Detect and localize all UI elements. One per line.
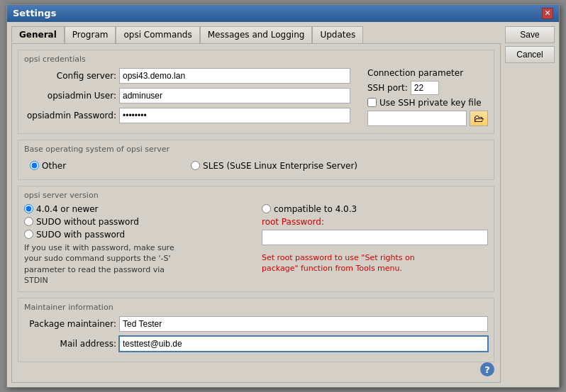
opsi-version-section: opsi server version 4.0.4 or newer SUDO … xyxy=(18,186,494,293)
mail-address-label: Mail address: xyxy=(24,339,116,349)
title-bar: Settings ✕ xyxy=(7,5,559,22)
radio-other[interactable] xyxy=(30,161,39,170)
ssh-port-label: SSH port: xyxy=(367,83,408,93)
base-os-label: Base operating system of opsi server xyxy=(24,145,488,154)
opsiadmin-password-input[interactable] xyxy=(119,108,350,123)
radio-sles-option[interactable]: SLES (SuSE Linux Enterprise Server) xyxy=(191,161,357,171)
use-ssh-key-row: Use SSH private key file xyxy=(367,98,488,108)
browse-keyfile-button[interactable]: 🗁 xyxy=(470,111,488,126)
radio-sudo-with-pass[interactable] xyxy=(24,230,33,239)
version-compatible-row: compatible to 4.0.3 xyxy=(262,204,488,214)
radio-4040-label: 4.0.4 or newer xyxy=(36,204,99,214)
opsiadmin-password-label: opsiadmin Password: xyxy=(24,111,116,121)
tab-opsi-commands[interactable]: opsi Commands xyxy=(116,26,199,43)
connection-param-section: Connection parameter SSH port: Use SSH p… xyxy=(367,68,488,128)
tab-content-general: opsi credentials Config server: opsiadmi… xyxy=(11,43,501,383)
save-button[interactable]: Save xyxy=(505,26,555,43)
opsi-credentials-section: opsi credentials Config server: opsiadmi… xyxy=(18,50,494,134)
main-area: General Program opsi Commands Messages a… xyxy=(11,26,501,383)
help-button[interactable]: ? xyxy=(480,362,494,376)
ssh-port-row: SSH port: xyxy=(367,81,488,95)
mail-address-row: Mail address: xyxy=(24,336,488,352)
radio-sudo-with-pass-label: SUDO with password xyxy=(36,230,125,240)
config-server-label: Config server: xyxy=(24,71,116,81)
opsiadmin-user-label: opsiadmin User: xyxy=(24,91,116,101)
version-columns: 4.0.4 or newer SUDO without password SUD… xyxy=(24,204,488,286)
root-password-row: root Password: xyxy=(262,217,488,227)
dialog-body: General Program opsi Commands Messages a… xyxy=(7,22,559,388)
version-col-right: compatible to 4.0.3 root Password: Set r… xyxy=(262,204,488,286)
keyfile-input[interactable] xyxy=(367,111,467,126)
radio-other-option[interactable]: Other xyxy=(30,161,66,171)
root-password-label: root Password: xyxy=(262,217,324,227)
radio-4040[interactable] xyxy=(24,204,33,213)
root-password-input[interactable] xyxy=(262,230,488,245)
package-maintainer-label: Package maintainer: xyxy=(24,319,116,329)
config-server-row: Config server: xyxy=(24,68,350,84)
sidebar-buttons: Save Cancel xyxy=(505,26,555,383)
use-ssh-key-checkbox[interactable] xyxy=(367,98,377,107)
package-maintainer-input[interactable] xyxy=(119,316,488,332)
opsiadmin-password-row: opsiadmin Password: xyxy=(24,108,350,123)
config-server-input[interactable] xyxy=(119,68,350,84)
use-ssh-key-label: Use SSH private key file xyxy=(379,98,482,108)
radio-compatible-label: compatible to 4.0.3 xyxy=(274,204,357,214)
version-col-left: 4.0.4 or newer SUDO without password SUD… xyxy=(24,204,250,286)
base-os-options: Other SLES (SuSE Linux Enterprise Server… xyxy=(24,158,488,174)
dialog-title: Settings xyxy=(13,8,56,18)
version-4040-row: 4.0.4 or newer xyxy=(24,204,250,214)
ssh-port-input[interactable] xyxy=(411,81,439,95)
tab-updates[interactable]: Updates xyxy=(312,26,363,43)
radio-sles-label: SLES (SuSE Linux Enterprise Server) xyxy=(203,161,357,171)
opsiadmin-user-row: opsiadmin User: xyxy=(24,88,350,103)
maintainer-label: Maintainer information xyxy=(24,303,488,312)
mail-address-input[interactable] xyxy=(119,336,488,352)
tab-messages-logging[interactable]: Messages and Logging xyxy=(200,26,313,43)
version-sudo-no-pass-row: SUDO without password xyxy=(24,217,250,227)
radio-sles[interactable] xyxy=(191,161,200,170)
opsiadmin-user-input[interactable] xyxy=(119,88,350,103)
opsi-version-label: opsi server version xyxy=(24,191,488,200)
radio-sudo-no-pass-label: SUDO without password xyxy=(36,217,139,227)
radio-compatible[interactable] xyxy=(262,204,271,213)
sudo-hint-text: If you use it with password, make sureyo… xyxy=(24,242,250,286)
tab-program[interactable]: Program xyxy=(65,26,116,43)
keyfile-row: 🗁 xyxy=(367,111,488,126)
cancel-button[interactable]: Cancel xyxy=(505,46,555,63)
version-sudo-with-pass-row: SUDO with password xyxy=(24,230,250,240)
radio-other-label: Other xyxy=(42,161,66,171)
settings-dialog: Settings ✕ General Program opsi Commands… xyxy=(6,4,560,388)
connection-param-title: Connection parameter xyxy=(367,68,488,78)
radio-sudo-no-pass[interactable] xyxy=(24,217,33,226)
close-button[interactable]: ✕ xyxy=(542,8,553,19)
help-area: ? xyxy=(18,362,494,376)
opsi-credentials-label: opsi credentials xyxy=(24,55,488,64)
root-password-hint: Set root password to use "Set rights onp… xyxy=(262,252,488,274)
base-os-section: Base operating system of opsi server Oth… xyxy=(18,140,494,180)
tab-general[interactable]: General xyxy=(11,26,65,43)
tab-bar: General Program opsi Commands Messages a… xyxy=(11,26,501,43)
package-maintainer-row: Package maintainer: xyxy=(24,316,488,332)
maintainer-section: Maintainer information Package maintaine… xyxy=(18,298,494,362)
